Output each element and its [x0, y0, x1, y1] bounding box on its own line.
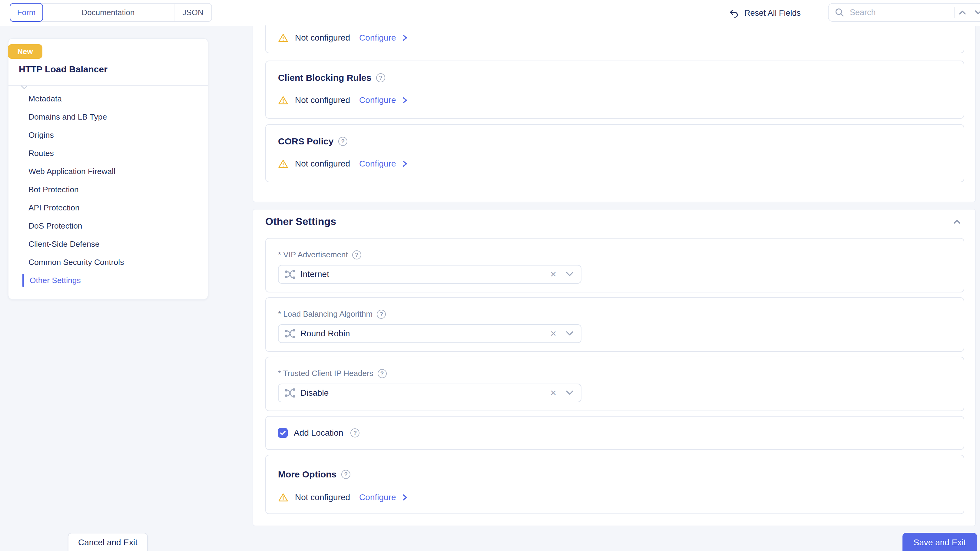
configure-link[interactable]: Configure — [359, 95, 396, 105]
partial-config-card: Not configured Configure — [265, 25, 964, 53]
toolbar: Form Documentation JSON Reset All Fields — [0, 0, 980, 26]
client-blocking-rules-card: Client Blocking Rules ? Not configured C… — [265, 60, 964, 119]
trusted-client-ip-headers-value: Disable — [301, 388, 550, 398]
vip-advertisement-value: Internet — [301, 270, 550, 279]
warning-icon — [278, 95, 288, 105]
help-icon[interactable]: ? — [350, 429, 360, 437]
cors-policy-card: CORS Policy ? Not configured Configure — [265, 124, 964, 182]
sidebar-item-routes[interactable]: Routes — [8, 144, 208, 162]
sidebar-item-dos-protection[interactable]: DoS Protection — [8, 217, 208, 235]
shuffle-icon — [285, 387, 296, 399]
help-icon[interactable]: ? — [377, 310, 386, 319]
client-blocking-rules-title: Client Blocking Rules — [278, 71, 371, 84]
chevron-right-icon — [401, 96, 408, 104]
search-box — [828, 3, 980, 22]
sidebar-item-bot-protection[interactable]: Bot Protection — [8, 181, 208, 198]
status-row: Not configured Configure — [278, 33, 408, 43]
card-title-row: CORS Policy ? — [278, 135, 951, 148]
warning-icon — [278, 492, 288, 503]
search-input[interactable] — [849, 7, 954, 18]
sidebar-item-domains-and-lb-type[interactable]: Domains and LB Type — [8, 108, 208, 126]
sidebar-item-origins[interactable]: Origins — [8, 126, 208, 144]
sidebar-item-common-security-controls[interactable]: Common Security Controls — [8, 253, 208, 271]
more-options-card: More Options ? Not configured Configure — [265, 455, 964, 514]
chevron-right-icon — [401, 34, 408, 42]
status-row: Not configured Configure — [278, 492, 951, 503]
field-label-row: * Load Balancing Algorithm ? — [278, 310, 951, 319]
cors-policy-title: CORS Policy — [278, 135, 333, 148]
warning-icon — [278, 33, 288, 43]
search-prev-button[interactable] — [955, 4, 970, 21]
not-configured-label: Not configured — [295, 33, 350, 43]
chevron-right-icon — [401, 160, 408, 168]
vip-advertisement-select[interactable]: Internet ✕ — [278, 265, 581, 284]
status-row: Not configured Configure — [278, 159, 951, 169]
sidebar-item-other-settings[interactable]: Other Settings — [8, 271, 208, 289]
vip-advertisement-label: * VIP Advertisement — [278, 250, 348, 259]
sidebar-item-web-application-firewall[interactable]: Web Application Firewall — [8, 162, 208, 181]
help-icon[interactable]: ? — [376, 73, 385, 83]
clear-icon[interactable]: ✕ — [550, 389, 557, 397]
card-title-row: More Options ? — [278, 468, 951, 481]
sidebar-item-api-protection[interactable]: API Protection — [8, 198, 208, 217]
load-balancing-algorithm-label: * Load Balancing Algorithm — [278, 310, 372, 319]
add-location-label: Add Location — [294, 428, 343, 438]
collapse-section-button[interactable] — [953, 219, 961, 224]
clear-icon[interactable]: ✕ — [550, 330, 557, 338]
other-settings-panel: Other Settings * VIP Advertisement ? — [253, 209, 976, 526]
configure-link[interactable]: Configure — [359, 492, 396, 502]
configure-link[interactable]: Configure — [359, 159, 396, 168]
check-icon — [280, 430, 286, 436]
reset-all-fields-label: Reset All Fields — [745, 8, 801, 18]
form-sections-sidebar: New HTTP Load Balancer Metadata Domains … — [8, 38, 208, 300]
tab-form[interactable]: Form — [10, 3, 43, 22]
view-mode-tabs: Form Documentation JSON — [10, 3, 212, 22]
not-configured-label: Not configured — [295, 492, 350, 502]
reset-all-fields-button[interactable]: Reset All Fields — [729, 0, 801, 26]
new-badge: New — [8, 44, 42, 59]
sidebar-item-client-side-defense[interactable]: Client-Side Defense — [8, 235, 208, 253]
add-location-checkbox[interactable] — [278, 428, 288, 438]
clear-icon[interactable]: ✕ — [550, 270, 557, 278]
help-icon[interactable]: ? — [338, 137, 347, 146]
chevron-up-icon — [953, 219, 961, 224]
status-row: Not configured Configure — [278, 95, 951, 105]
sidebar-nav: Metadata Domains and LB Type Origins Rou… — [8, 90, 208, 289]
tab-documentation[interactable]: Documentation — [42, 4, 174, 21]
chevron-down-icon[interactable] — [566, 331, 574, 337]
trusted-client-ip-headers-field-card: * Trusted Client IP Headers ? Disable ✕ — [265, 357, 964, 411]
not-configured-label: Not configured — [295, 95, 350, 105]
field-label-row: * VIP Advertisement ? — [278, 250, 951, 259]
security-section-panel: Not configured Configure Client Blocking… — [253, 26, 976, 202]
help-icon[interactable]: ? — [341, 470, 350, 479]
chevron-down-icon — [975, 10, 980, 15]
search-next-button[interactable] — [970, 4, 980, 21]
save-and-exit-button[interactable]: Save and Exit — [902, 533, 977, 551]
card-title-row: Client Blocking Rules ? — [278, 71, 951, 84]
other-settings-header: Other Settings — [265, 216, 961, 227]
help-icon[interactable]: ? — [352, 250, 361, 259]
add-location-card: Add Location ? — [265, 416, 964, 450]
other-settings-title: Other Settings — [265, 216, 336, 227]
more-options-title: More Options — [278, 468, 336, 481]
http-load-balancer-form-page: Form Documentation JSON Reset All Fields — [0, 0, 980, 551]
shuffle-icon — [285, 328, 296, 339]
sidebar-item-metadata[interactable]: Metadata — [8, 90, 208, 108]
cancel-and-exit-button[interactable]: Cancel and Exit — [68, 533, 148, 551]
load-balancing-algorithm-select[interactable]: Round Robin ✕ — [278, 324, 581, 343]
load-balancing-algorithm-value: Round Robin — [301, 329, 550, 338]
trusted-client-ip-headers-label: * Trusted Client IP Headers — [278, 369, 374, 378]
field-label-row: * Trusted Client IP Headers ? — [278, 369, 951, 378]
chevron-down-icon[interactable] — [566, 390, 574, 396]
shuffle-icon — [285, 269, 296, 280]
trusted-client-ip-headers-select[interactable]: Disable ✕ — [278, 384, 581, 402]
chevron-up-icon — [959, 10, 966, 15]
sidebar-divider — [8, 86, 208, 86]
chevron-down-icon[interactable] — [566, 272, 574, 277]
reset-icon — [729, 8, 739, 18]
tab-json[interactable]: JSON — [174, 4, 212, 21]
vip-advertisement-field-card: * VIP Advertisement ? Internet ✕ — [265, 238, 964, 292]
configure-link[interactable]: Configure — [359, 33, 396, 43]
sidebar-title: HTTP Load Balancer — [19, 64, 108, 75]
help-icon[interactable]: ? — [378, 369, 387, 378]
